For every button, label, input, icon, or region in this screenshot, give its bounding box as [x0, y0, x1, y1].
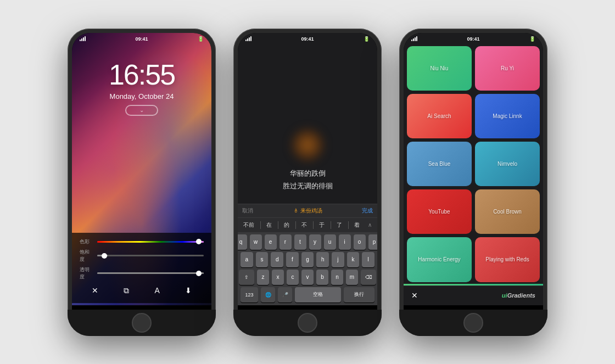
gradient-magic-linnk[interactable]: Magic Linnk [475, 94, 540, 138]
gradient-sea-blue[interactable]: Sea Blue [407, 142, 472, 186]
key-w[interactable]: w [250, 234, 262, 250]
key-t[interactable]: t [294, 234, 306, 250]
key-a[interactable]: a [241, 252, 253, 267]
key-row-3: ⇧ z x c v b n m ⌫ [238, 267, 377, 285]
lyrics-line2: 胜过无调的徘徊 [283, 180, 333, 192]
globe-key[interactable]: 🌐 [261, 287, 275, 303]
key-k[interactable]: k [347, 252, 360, 267]
home-button-1[interactable] [132, 313, 152, 333]
key-p[interactable]: p [368, 234, 378, 250]
sep-2 [278, 221, 278, 229]
lyrics-area: 华丽的跌倒 胜过无调的徘徊 [238, 43, 377, 204]
signal-bars-1 [80, 36, 86, 41]
gradient-cool-brown[interactable]: Cool Brown [475, 189, 540, 234]
sep-6 [348, 221, 349, 229]
accent-bar [404, 284, 543, 285]
key-n[interactable]: n [331, 270, 343, 285]
status-bar-3: 09:41 🔋 [404, 33, 543, 43]
suggestion-4[interactable]: 于 [317, 220, 327, 230]
number-key[interactable]: 123 [241, 287, 258, 303]
status-bar-1: 09:41 🔋 [72, 33, 211, 43]
lock-time: 16:55 [72, 58, 211, 91]
shift-key[interactable]: ⇧ [239, 270, 254, 285]
key-row-1: q w e r t y u i o p [238, 232, 377, 250]
lock-date: Monday, October 24 [72, 92, 211, 100]
status-time-3: 09:41 [467, 36, 479, 42]
lock-unlock-slider[interactable]: ⌄ [125, 105, 158, 116]
key-row-2: a s d f g h j k l [238, 250, 377, 267]
input-source: 🕯 来份鸡汤 [293, 207, 322, 215]
battery-icon-1: 🔋 [198, 36, 204, 42]
mic-key[interactable]: 🎤 [278, 287, 292, 303]
gradient-grid: Niu Niu Ru Yi Ai Search Magic Linnk Sea … [404, 43, 543, 285]
phone-3-gradients: 09:41 🔋 Niu Niu Ru Yi Ai Search Magic Li… [399, 29, 547, 336]
suggestion-5[interactable]: 了 [334, 220, 344, 230]
battery-icon-3: 🔋 [529, 36, 535, 42]
return-key[interactable]: 换行 [344, 287, 374, 303]
keyboard: q w e r t y u i o p a s d f g h [238, 232, 377, 305]
key-y[interactable]: y [309, 234, 321, 250]
gradient-playing-with-reds[interactable]: Playing with Reds [475, 237, 540, 282]
status-time-1: 09:41 [135, 36, 148, 42]
key-g[interactable]: g [301, 252, 314, 267]
suggestion-3[interactable]: 不 [299, 220, 309, 230]
status-left-2 [245, 36, 251, 41]
close-button-3[interactable]: ✕ [411, 291, 418, 300]
suggestion-1[interactable]: 在 [264, 220, 274, 230]
album-art-blur [291, 128, 324, 161]
status-left-1 [80, 36, 86, 41]
key-f[interactable]: f [286, 252, 299, 267]
status-time-2: 09:41 [301, 36, 314, 42]
key-o[interactable]: o [354, 234, 366, 250]
phone-1-lockscreen: 09:41 🔋 16:55 Monday, October 24 ⌄ 色彩 [68, 29, 216, 336]
done-button[interactable]: 完成 [362, 207, 373, 215]
sep-3 [295, 221, 296, 229]
signal-bars-3 [411, 36, 417, 41]
lock-slider-area: ⌄ [72, 105, 211, 116]
key-j[interactable]: j [332, 252, 344, 267]
key-h[interactable]: h [316, 252, 329, 267]
key-m[interactable]: m [346, 270, 358, 285]
key-v[interactable]: v [301, 270, 314, 285]
signal-bars-2 [245, 36, 251, 41]
key-r[interactable]: r [279, 234, 292, 250]
sep-4 [313, 221, 314, 229]
key-z[interactable]: z [257, 270, 269, 285]
gradient-youtube[interactable]: YouTube [407, 189, 472, 234]
suggestion-0[interactable]: 不前 [241, 220, 256, 230]
key-x[interactable]: x [272, 270, 284, 285]
brand-gradients-text: Gradients [507, 292, 535, 299]
gradient-nimvelo[interactable]: Nimvelo [475, 142, 540, 186]
battery-icon-2: 🔋 [364, 36, 370, 42]
home-button-area-3 [399, 310, 547, 336]
key-s[interactable]: s [256, 252, 269, 267]
gradient-harmonic-energy[interactable]: Harmonic Energy [407, 237, 472, 282]
key-c[interactable]: c [287, 270, 299, 285]
gradient-ai-search[interactable]: Ai Search [407, 94, 472, 138]
flame-icon: 🕯 [293, 208, 299, 214]
space-key[interactable]: 空格 [295, 287, 341, 303]
backspace-key[interactable]: ⌫ [361, 270, 376, 285]
status-bar-2: 09:41 🔋 [238, 33, 377, 43]
gradient-niu-niu[interactable]: Niu Niu [407, 46, 472, 91]
key-l[interactable]: l [362, 252, 374, 267]
key-q[interactable]: q [238, 234, 247, 250]
phone-2-keyboard: 09:41 🔋 华丽的跌倒 胜过无调的徘徊 取消 🕯 来份鸡汤 完成 [233, 29, 382, 336]
key-d[interactable]: d [271, 252, 283, 267]
suggestion-6[interactable]: 着 [352, 220, 362, 230]
key-b[interactable]: b [316, 270, 328, 285]
key-u[interactable]: u [324, 234, 336, 250]
key-e[interactable]: e [265, 234, 277, 250]
status-right-3: 🔋 [529, 36, 535, 42]
suggestion-2[interactable]: 的 [282, 220, 292, 230]
gradient-ru-yi[interactable]: Ru Yi [475, 46, 540, 91]
status-left-3 [411, 36, 417, 41]
cancel-button[interactable]: 取消 [242, 207, 253, 215]
expand-suggestions[interactable]: ∧ [366, 221, 374, 229]
home-button-2[interactable] [298, 313, 317, 333]
home-button-3[interactable] [463, 313, 483, 333]
bottom-toolbar-3: ✕ uiGradients [404, 285, 543, 305]
input-bar: 取消 🕯 来份鸡汤 完成 [238, 204, 377, 217]
key-i[interactable]: i [339, 234, 351, 250]
status-right-1: 🔋 [198, 36, 204, 42]
